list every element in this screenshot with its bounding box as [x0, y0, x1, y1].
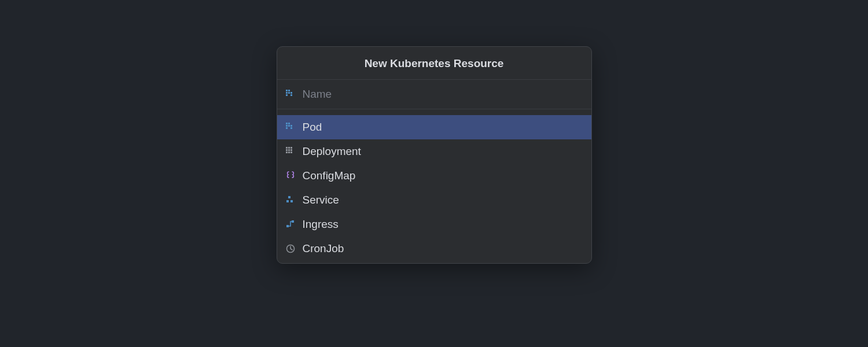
- name-input-row: [277, 80, 591, 109]
- svg-rect-21: [288, 152, 290, 153]
- configmap-icon: [285, 171, 296, 181]
- file-icon: [285, 89, 296, 99]
- svg-rect-3: [288, 92, 290, 94]
- new-resource-dialog: New Kubernetes Resource Pod Deployment C…: [277, 46, 592, 264]
- ingress-icon: [285, 219, 296, 230]
- cronjob-icon: [285, 243, 296, 254]
- svg-rect-12: [286, 127, 288, 129]
- svg-rect-11: [290, 125, 292, 127]
- resource-type-label: ConfigMap: [303, 169, 356, 182]
- resource-type-ingress[interactable]: Ingress: [277, 212, 591, 237]
- svg-rect-6: [290, 94, 292, 96]
- svg-rect-26: [286, 225, 289, 227]
- svg-rect-16: [290, 147, 292, 149]
- svg-rect-20: [286, 152, 288, 153]
- svg-rect-9: [286, 125, 288, 127]
- pod-icon: [285, 122, 296, 132]
- svg-rect-17: [286, 149, 288, 151]
- resource-type-label: Ingress: [303, 218, 339, 231]
- resource-type-cronjob[interactable]: CronJob: [277, 237, 591, 261]
- resource-type-label: Deployment: [303, 145, 361, 158]
- dialog-title: New Kubernetes Resource: [277, 47, 591, 80]
- svg-rect-25: [290, 200, 293, 202]
- resource-type-deployment[interactable]: Deployment: [277, 139, 591, 164]
- svg-rect-24: [286, 200, 289, 202]
- svg-rect-4: [290, 92, 292, 94]
- svg-rect-15: [288, 147, 290, 149]
- svg-rect-27: [292, 220, 294, 223]
- svg-rect-1: [288, 90, 290, 91]
- svg-rect-19: [290, 149, 292, 151]
- resource-type-label: CronJob: [303, 242, 344, 255]
- resource-type-label: Service: [303, 194, 339, 206]
- resource-type-pod[interactable]: Pod: [277, 115, 591, 139]
- svg-rect-22: [290, 152, 292, 153]
- name-input[interactable]: [303, 88, 583, 101]
- svg-rect-23: [288, 196, 290, 198]
- resource-type-configmap[interactable]: ConfigMap: [277, 164, 591, 188]
- resource-type-label: Pod: [303, 121, 322, 134]
- resource-type-list: Pod Deployment ConfigMap Service Ingress: [277, 109, 591, 263]
- svg-rect-14: [286, 147, 288, 149]
- deployment-icon: [285, 146, 296, 157]
- svg-rect-0: [286, 90, 288, 91]
- service-icon: [285, 195, 296, 205]
- resource-type-service[interactable]: Service: [277, 188, 591, 212]
- svg-rect-10: [288, 125, 290, 127]
- svg-rect-2: [286, 92, 288, 94]
- svg-rect-13: [290, 127, 292, 129]
- svg-rect-5: [286, 94, 288, 96]
- svg-rect-7: [286, 123, 288, 124]
- svg-rect-8: [288, 123, 290, 124]
- svg-rect-18: [288, 149, 290, 151]
